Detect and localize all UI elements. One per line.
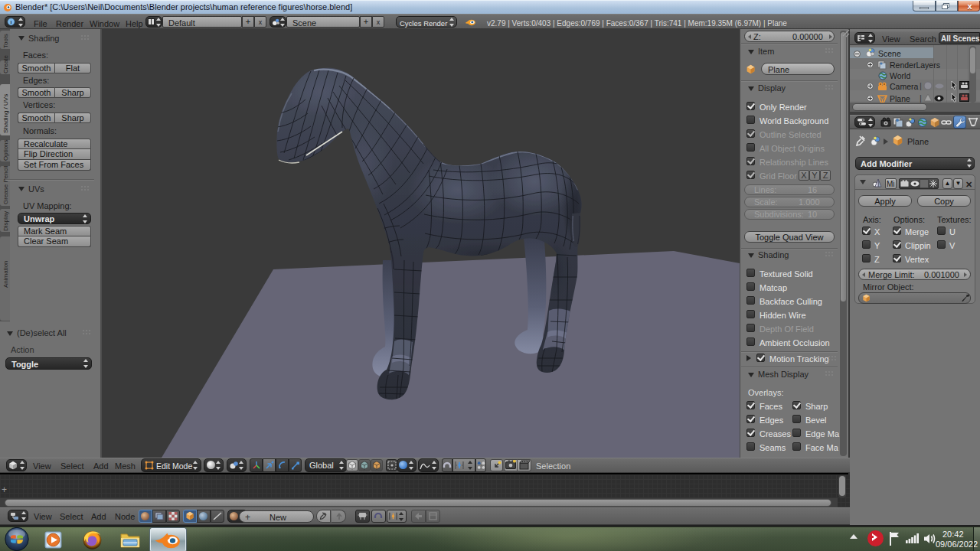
svg-text:i: i bbox=[11, 19, 12, 24]
